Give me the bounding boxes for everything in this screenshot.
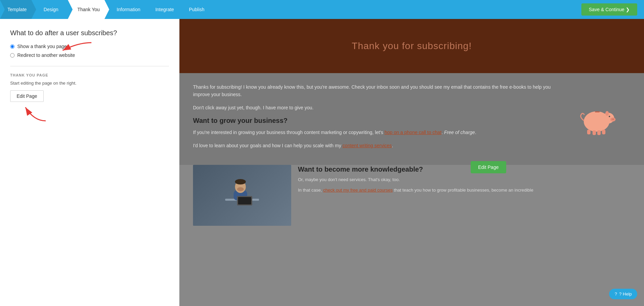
preview-hero: Thank you for subscribing! <box>179 19 644 73</box>
nav-item-information[interactable]: Information <box>109 0 148 19</box>
radio-redirect[interactable]: Redirect to another website <box>10 52 169 58</box>
nav-label-template: Template <box>7 7 27 12</box>
nav-label-publish: Publish <box>189 7 205 12</box>
paragraph-4: I'd love to learn about your goals and h… <box>193 142 556 149</box>
svg-point-19 <box>237 187 244 191</box>
link-courses[interactable]: check out my free and paid courses <box>323 188 392 193</box>
paragraph-3: If you're interested in growing your bus… <box>193 129 556 136</box>
nav-item-publish[interactable]: Publish <box>181 0 212 19</box>
edit-page-button[interactable]: Edit Page <box>10 90 44 102</box>
nav-item-template[interactable]: Template <box>0 0 36 19</box>
main-layout: What to do after a user subscribes? Show… <box>0 19 644 306</box>
nav-item-thank-you[interactable]: Thank You <box>68 0 109 19</box>
nav-label-information: Information <box>117 7 141 12</box>
annotation-arrow-2 <box>20 101 51 124</box>
svg-point-18 <box>235 179 246 184</box>
radio-input-show-thank-you[interactable] <box>10 44 15 49</box>
person-image <box>193 165 291 226</box>
radio-show-thank-you[interactable]: Show a thank you page <box>10 44 169 49</box>
svg-point-6 <box>613 119 614 120</box>
paragraph-5: Or, maybe you don't need services. That'… <box>298 176 533 183</box>
nav-label-thank-you: Thank You <box>77 7 100 12</box>
piggy-bank-image <box>576 102 617 136</box>
left-panel: What to do after a user subscribes? Show… <box>0 19 179 306</box>
italic-free: Free of charge <box>444 130 475 135</box>
svg-point-8 <box>609 116 610 116</box>
nav-label-design: Design <box>44 7 59 12</box>
content-heading-1: Want to grow your business? <box>193 117 556 125</box>
right-panel: Thank you for subscribing! Thanks for su… <box>179 19 644 306</box>
preview-text-column: Thanks for subscribing! I know you alrea… <box>193 83 556 155</box>
person-svg <box>222 175 262 216</box>
help-button[interactable]: ? ? Help <box>609 289 637 299</box>
radio-label-show-thank-you: Show a thank you page <box>17 44 67 49</box>
paragraph-1: Thanks for subscribing! I know you alrea… <box>193 83 556 99</box>
section-label: THANK YOU PAGE <box>10 73 169 77</box>
edit-button-container: Edit Page <box>10 90 169 102</box>
svg-rect-21 <box>238 197 251 204</box>
nav-item-integrate[interactable]: Integrate <box>148 0 181 19</box>
section-hint: Start editing the page on the right. <box>10 81 169 86</box>
top-nav: Template Design Thank You Information In… <box>0 0 644 19</box>
nav-item-design[interactable]: Design <box>36 0 68 19</box>
panel-heading: What to do after a user subscribes? <box>10 29 169 37</box>
preview-bottom: Want to become more knowledgeable? Or, m… <box>179 165 644 236</box>
para4-after: . <box>392 143 393 148</box>
paragraph-6: In that case, check out my free and paid… <box>298 187 533 194</box>
svg-point-7 <box>609 116 610 117</box>
para6-before: In that case, <box>298 188 323 193</box>
radio-group: Show a thank you page Redirect to anothe… <box>10 44 169 58</box>
svg-rect-13 <box>597 130 601 135</box>
preview-content: Thanks for subscribing! I know you alrea… <box>179 73 644 165</box>
svg-rect-12 <box>593 130 596 135</box>
para3-after: . <box>475 130 476 135</box>
para3-mid: . <box>442 130 444 135</box>
svg-rect-11 <box>587 130 591 134</box>
svg-point-9 <box>605 111 609 116</box>
radio-label-redirect: Redirect to another website <box>17 52 75 58</box>
paragraph-2: Don't click away just yet, though. I hav… <box>193 104 556 111</box>
help-icon: ? <box>615 291 617 297</box>
link-phone-call[interactable]: hop on a phone call to chat <box>385 130 442 135</box>
nav-label-integrate: Integrate <box>155 7 174 12</box>
radio-input-redirect[interactable] <box>10 53 15 58</box>
link-content-writing[interactable]: content writing services <box>343 143 392 148</box>
para6-after: that teach you how to grow profitable bu… <box>393 188 534 193</box>
para3-before: If you're interested in growing your bus… <box>193 130 385 135</box>
divider <box>10 66 169 66</box>
svg-point-5 <box>612 119 613 120</box>
svg-point-4 <box>610 117 616 122</box>
svg-rect-10 <box>595 111 600 112</box>
preview-image-column <box>563 83 630 155</box>
hero-title: Thank you for subscribing! <box>352 41 472 51</box>
person-placeholder <box>193 165 291 226</box>
save-continue-button[interactable]: Save & Continue ❯ <box>581 3 637 16</box>
svg-rect-14 <box>602 130 605 134</box>
help-label: ? Help <box>619 291 632 297</box>
save-continue-label: Save & Continue ❯ <box>589 7 630 12</box>
para4-before: I'd love to learn about your goals and h… <box>193 143 343 148</box>
edit-page-overlay-button[interactable]: Edit Page <box>471 161 506 173</box>
